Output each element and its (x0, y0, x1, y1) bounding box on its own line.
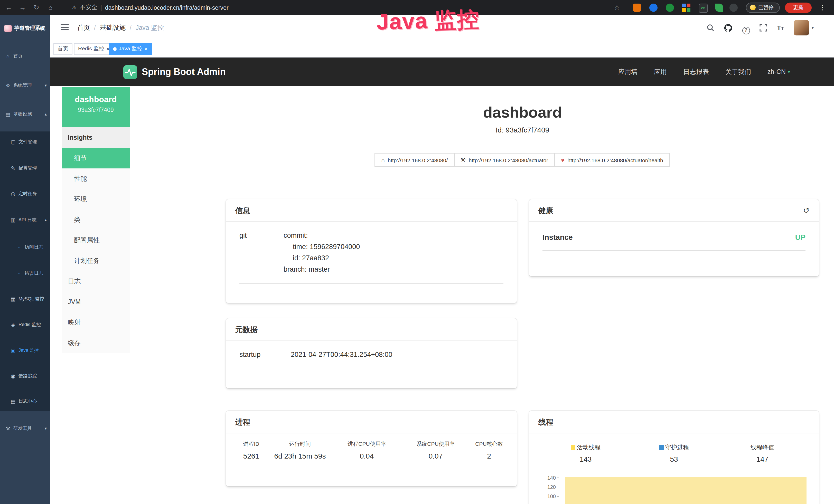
avatar-caret-icon: ▾ (812, 26, 814, 30)
bookmark-star-icon[interactable]: ☆ (611, 0, 622, 15)
sidebar-item-mysql[interactable]: ▦ MySQL 监控 (0, 289, 50, 309)
sba-menu-details[interactable]: 细节 (62, 148, 130, 168)
sidebar-item-label: Java 监控 (19, 347, 39, 353)
sidebar-item-home[interactable]: ⌂ 首页 (0, 46, 50, 66)
sba-menu-performance[interactable]: 性能 (62, 168, 130, 189)
sidebar-item-error-log[interactable]: ▫ 错误日志 (0, 263, 50, 283)
sidebar-item-java[interactable]: ▣ Java 监控 (0, 340, 50, 361)
tag-redis[interactable]: Redis 监控 × (74, 43, 113, 55)
sidebar-item-infra[interactable]: ▤ 基础设施 ▴ (0, 104, 50, 124)
sba-main: dashboard Id: 93a3fc7f7409 ⌂ http://192.… (130, 86, 834, 504)
browser-menu-icon[interactable]: ⋮ (817, 0, 828, 15)
sba-instance-header: dashboard 93a3fc7f7409 (62, 87, 130, 127)
sidebar-item-system[interactable]: ⚙ 系统管理 ▾ (0, 75, 50, 95)
metadata-card: 元数据 startup 2021-04-27T00:44:31.254+08:0… (226, 318, 517, 388)
col-value: 5261 (233, 452, 269, 460)
close-icon[interactable]: × (144, 46, 148, 52)
sba-nav-wallboard[interactable]: 应用墙 (618, 68, 637, 76)
sba-menu-config-props[interactable]: 配置属性 (62, 230, 130, 251)
collapse-sidebar-icon[interactable] (61, 24, 69, 31)
extension-icon-3[interactable] (666, 3, 674, 12)
sidebar-item-log-center[interactable]: ▤ 日志中心 (0, 391, 50, 411)
info-value: commit: time: 1596289704000 id: 27aa832 … (284, 230, 360, 275)
font-size-icon[interactable]: TT (776, 23, 785, 32)
legend-swatch-daemon (659, 445, 664, 450)
card-title: 进程 (226, 411, 517, 433)
y-tick: 100 (542, 494, 559, 499)
java-monitor-icon: ▣ (10, 347, 16, 353)
sba-navbar: Spring Boot Admin 应用墙 应用 日志报表 关于我们 zh-CN… (50, 58, 834, 86)
service-url-link[interactable]: ⌂ http://192.168.0.2:48080/ (374, 153, 454, 167)
extension-icon-leaf[interactable] (715, 3, 723, 12)
page-title: dashboard (226, 104, 819, 121)
sba-menu-environment[interactable]: 环境 (62, 189, 130, 209)
paused-badge[interactable]: 已暂停 (746, 2, 780, 13)
extension-icon-1[interactable] (633, 3, 641, 12)
extension-icon-grid[interactable] (682, 3, 690, 12)
sidebar-item-file[interactable]: ▢ 文件管理 (0, 132, 50, 152)
sba-locale-select[interactable]: zh-CN ▾ (767, 68, 790, 75)
sidebar-item-api-log[interactable]: ▥ API 日志 ▴ (0, 209, 50, 230)
reload-icon[interactable]: ↻ (31, 0, 42, 15)
home-icon: ⌂ (381, 157, 385, 163)
sba-nav-journal[interactable]: 日志报表 (683, 68, 709, 76)
sba-nav-applications[interactable]: 应用 (654, 68, 667, 76)
extension-icon-7[interactable] (729, 3, 738, 12)
address-bar[interactable]: ⚠ 不安全 | dashboard.yudao.iocoder.cn/infra… (72, 0, 228, 15)
sidebar-item-redis[interactable]: ◈ Redis 监控 (0, 314, 50, 335)
sidebar-item-dev-tool[interactable]: ⚒ 研发工具 ▾ (0, 418, 50, 438)
home-icon: ⌂ (5, 53, 11, 59)
sba-menu-logs[interactable]: 日志 (62, 271, 130, 292)
forward-icon[interactable]: → (17, 0, 28, 15)
health-url-link[interactable]: ♥ http://192.168.0.2:48080/actuator/heal… (554, 153, 670, 167)
col-value: 0.07 (403, 452, 468, 460)
search-icon[interactable] (706, 24, 715, 33)
sba-menu-mappings[interactable]: 映射 (62, 312, 130, 333)
y-tick: 140 (542, 475, 559, 481)
github-icon[interactable] (723, 24, 732, 33)
sba-menu-scheduled-tasks[interactable]: 计划任务 (62, 251, 130, 271)
extension-icon-2[interactable] (649, 3, 658, 12)
instance-id: 93a3fc7f7409 (62, 107, 130, 113)
sidebar-item-label: API 日志 (19, 216, 37, 223)
chrome-update-button[interactable]: 更新 (785, 2, 812, 13)
fullscreen-icon[interactable] (759, 24, 768, 33)
sba-menu-caches[interactable]: 缓存 (62, 333, 130, 353)
breadcrumb-home[interactable]: 首页 (77, 23, 90, 32)
avatar[interactable] (794, 20, 809, 36)
sidebar-item-trace[interactable]: ◉ 链路追踪 (0, 366, 50, 386)
sidebar-item-label: 研发工具 (13, 425, 32, 432)
actuator-url-link[interactable]: ⚒ http://192.168.0.2:48080/actuator (454, 153, 555, 167)
admin-sidebar: 芋道管理系统 ⌂ 首页 ⚙ 系统管理 ▾ ▤ 基础设施 ▴ ▢ 文件管理 ✎ 配… (0, 15, 50, 504)
sidebar-item-access-log[interactable]: ▫ 访问日志 (0, 237, 50, 257)
back-icon[interactable]: ← (3, 0, 14, 15)
security-warning-icon: ⚠ (72, 5, 76, 10)
sba-logo-icon (123, 65, 137, 79)
sidebar-item-config[interactable]: ✎ 配置管理 (0, 158, 50, 178)
help-icon[interactable]: ? (741, 25, 750, 34)
sba-menu-classes[interactable]: 类 (62, 209, 130, 230)
sidebar-item-label: MySQL 监控 (19, 296, 44, 302)
active-threads-area (565, 477, 807, 504)
sba-menu-jvm[interactable]: JVM (62, 292, 130, 312)
tag-label: 首页 (58, 45, 68, 52)
extension-icon-on[interactable]: on (699, 3, 708, 13)
threads-card: 线程 活动线程 143 守护进程 53 线程峰值 147 140 120 100 (529, 411, 819, 504)
tag-home[interactable]: 首页 (53, 43, 72, 55)
app-logo[interactable]: 芋道管理系统 (0, 15, 50, 42)
sidebar-item-label: 访问日志 (25, 244, 43, 250)
col-header: 进程CPU使用率 (331, 441, 403, 448)
sidebar-item-label: 配置管理 (19, 165, 37, 171)
home-icon[interactable]: ⌂ (45, 0, 56, 15)
history-icon[interactable]: ↺ (803, 199, 810, 222)
card-title: 元数据 (226, 318, 517, 341)
sba-brand[interactable]: Spring Boot Admin (123, 58, 226, 86)
sidebar-item-label: 文件管理 (19, 138, 37, 145)
sba-menu-section-insights: Insights (62, 127, 130, 148)
breadcrumb-separator: / (94, 24, 96, 31)
chevron-down-icon: ▾ (788, 69, 790, 74)
sidebar-item-job[interactable]: ◷ 定时任务 (0, 183, 50, 204)
breadcrumb-infra[interactable]: 基础设施 (100, 23, 126, 32)
tag-java-active[interactable]: Java 监控 × (109, 43, 152, 55)
sba-nav-about[interactable]: 关于我们 (725, 68, 751, 76)
